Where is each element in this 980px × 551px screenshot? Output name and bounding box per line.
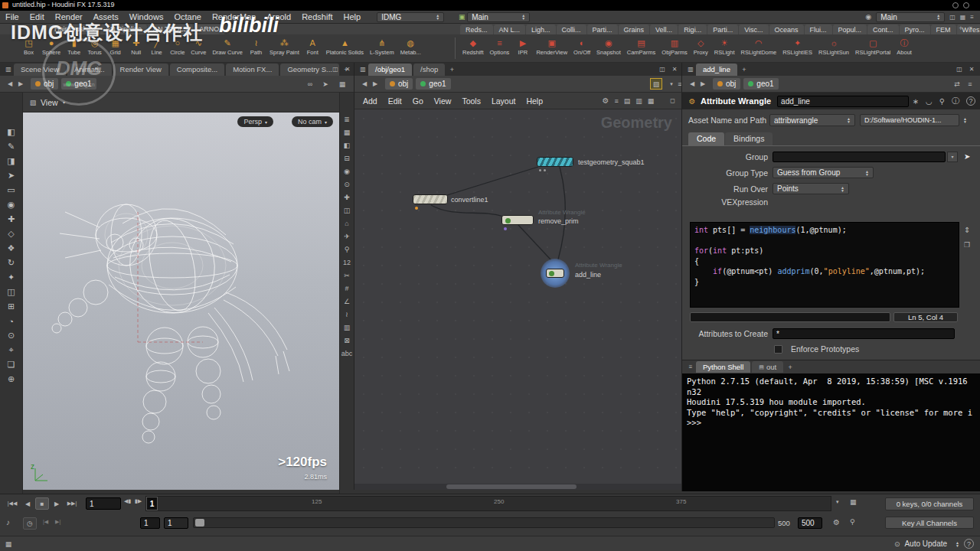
range-current-field[interactable]: 1: [164, 517, 188, 529]
display-option-icon[interactable]: ✈: [340, 230, 354, 243]
run-over-select[interactable]: Points▲▼: [773, 183, 849, 194]
pane-split-icon[interactable]: ◫: [955, 66, 964, 73]
node-flag-dot[interactable]: [539, 169, 541, 171]
go-to-end-button[interactable]: ▶▶|: [64, 497, 80, 510]
shelf-tool-button[interactable]: ◎ Torus: [84, 36, 105, 57]
shelf-tool-button[interactable]: ▣ RenderView: [533, 36, 570, 57]
shelf-tool-button[interactable]: ⋔ L-System: [367, 36, 397, 57]
shelf-tool-button[interactable]: ◉ Snapshot: [593, 36, 624, 57]
auto-update-stepper[interactable]: ▲▼: [956, 541, 959, 547]
play-reverse-button[interactable]: ◀: [21, 497, 34, 510]
play-button[interactable]: ▶: [51, 497, 63, 510]
wrench-icon[interactable]: ⚙: [603, 96, 609, 105]
node-testgeometry-squab1[interactable]: [537, 157, 573, 167]
range-start-field[interactable]: 1: [140, 517, 160, 529]
shelf-tab[interactable]: Vell...: [650, 24, 678, 34]
shelf-tool-button[interactable]: ○ Circle: [167, 36, 188, 57]
sync-icon[interactable]: ⇄: [952, 80, 962, 88]
update-mode-icon[interactable]: ⊙: [894, 540, 900, 548]
shelf-tool-button[interactable]: ⓘ About: [893, 36, 915, 57]
shelf-tab[interactable]: FEM: [931, 24, 956, 34]
shelf-tool-button[interactable]: ▶ IPR: [512, 36, 533, 57]
pane-close-icon[interactable]: ✕: [967, 66, 976, 73]
shelf-tab[interactable]: Pyro...: [900, 24, 930, 34]
asset-name-select[interactable]: attribwrangle▲▼: [769, 114, 855, 126]
network-menu-item[interactable]: Go: [407, 93, 429, 109]
magnet-icon[interactable]: ◡: [926, 97, 933, 106]
menu-item[interactable]: Render: [50, 11, 88, 23]
menu-item[interactable]: Assets: [88, 11, 124, 23]
viewport-tool-icon[interactable]: ⌖: [2, 343, 21, 357]
node-flag-dot[interactable]: [544, 169, 546, 171]
shelf-tab[interactable]: Colli...: [557, 24, 586, 34]
pane-split-icon[interactable]: ◫: [658, 66, 667, 73]
thumbnail-view-icon[interactable]: ▦: [648, 97, 655, 105]
menu-item[interactable]: File: [0, 11, 24, 23]
tab-code[interactable]: Code: [688, 132, 724, 145]
step-back-icon[interactable]: ◀▮: [124, 498, 131, 504]
viewport-tool-icon[interactable]: ↻: [2, 256, 21, 270]
node-flag-dot[interactable]: [504, 227, 507, 230]
display-option-icon[interactable]: ⊠: [340, 334, 354, 347]
display-option-icon[interactable]: ◧: [340, 139, 354, 152]
shelf-tool-button[interactable]: ◇ Proxy: [691, 36, 711, 57]
snippet-search-input[interactable]: [690, 312, 890, 322]
display-option-icon[interactable]: ⊙: [340, 178, 354, 191]
shelf-tab[interactable]: Ligh...: [526, 24, 556, 34]
tab-python-shell[interactable]: Python Shell: [696, 361, 750, 373]
path-chip-obj[interactable]: obj: [31, 78, 58, 90]
link-icon[interactable]: ∞: [305, 80, 315, 88]
path-chip-geo1[interactable]: geo1: [743, 78, 778, 90]
group-dropdown-icon[interactable]: ▾: [947, 152, 958, 162]
shelf-tool-button[interactable]: ◠ RSLightDome: [738, 36, 780, 57]
audio-icon[interactable]: ♪: [6, 518, 10, 527]
network-canvas[interactable]: Geometry testgeometry_squab1 convertline…: [354, 109, 681, 490]
shelf-tool-button[interactable]: ◆ Redshift: [459, 36, 487, 57]
node-label[interactable]: convertline1: [451, 196, 488, 204]
list-view-icon[interactable]: ▥: [635, 97, 642, 105]
menu-overflow-icon[interactable]: ≡: [970, 14, 974, 21]
back-icon[interactable]: ◀: [5, 80, 15, 87]
tab-out[interactable]: ▤out: [752, 361, 783, 373]
presets-icon[interactable]: ∗: [913, 97, 919, 106]
display-option-icon[interactable]: ⊟: [340, 152, 354, 165]
shelf-tab[interactable]: Grains: [619, 24, 650, 34]
node-name-field[interactable]: add_line: [777, 96, 909, 107]
loop-end-icon[interactable]: ▶|: [55, 519, 60, 525]
display-option-icon[interactable]: ≣: [340, 112, 354, 126]
network-menu-item[interactable]: Help: [521, 93, 548, 109]
group-type-select[interactable]: Guess from Group▲▼: [773, 167, 874, 178]
pane-menu-icon[interactable]: ▥: [685, 66, 696, 73]
pane-tab[interactable]: Animati...: [67, 64, 112, 76]
shelf-tab[interactable]: Oceans: [769, 24, 804, 34]
go-to-start-button[interactable]: |◀◀: [5, 497, 20, 510]
menu-item[interactable]: Redshift: [296, 11, 338, 23]
shelf-tab[interactable]: Hair Brushes: [49, 24, 100, 34]
enforce-prototypes-checkbox[interactable]: [774, 345, 782, 354]
pane-tab[interactable]: Composite...: [170, 64, 224, 76]
node-label[interactable]: testgeometry_squab1: [578, 158, 645, 166]
network-menu-item[interactable]: Tools: [456, 93, 486, 109]
pane-split-icon[interactable]: ◫: [331, 66, 340, 73]
shelf-tab[interactable]: AN L...: [494, 24, 526, 34]
network-menu-item[interactable]: View: [429, 93, 457, 109]
node-remove-prim[interactable]: [501, 215, 534, 225]
viewport-tool-icon[interactable]: ❏: [2, 357, 21, 372]
shelf-tool-button[interactable]: ∿ Curve: [188, 36, 209, 57]
node-add-line[interactable]: [546, 269, 564, 278]
shelf-tab[interactable]: Rigi...: [678, 24, 707, 34]
node-flag-dot[interactable]: [415, 207, 418, 210]
shelf-tool-button[interactable]: A Font: [302, 36, 323, 57]
editor-popout-icon[interactable]: ❐: [964, 241, 970, 249]
range-slider[interactable]: [193, 517, 775, 528]
display-option-icon[interactable]: 12: [340, 256, 354, 269]
path-chip-obj[interactable]: obj: [713, 78, 740, 90]
window-control-icon[interactable]: [963, 2, 969, 8]
pane-tab[interactable]: Motion FX...: [226, 64, 279, 76]
python-console[interactable]: Python 2.7.15 (default, Apr 8 2019, 15:3…: [681, 373, 980, 491]
shelf-tab[interactable]: Popul...: [833, 24, 867, 34]
shelf-tool-button[interactable]: ⁂ Spray Paint: [266, 36, 302, 57]
editor-expand-icon[interactable]: ⇕: [964, 226, 970, 234]
shelf-tab-menu-icon[interactable]: ▾: [236, 26, 245, 32]
viewport-tool-icon[interactable]: ◉: [2, 197, 21, 212]
